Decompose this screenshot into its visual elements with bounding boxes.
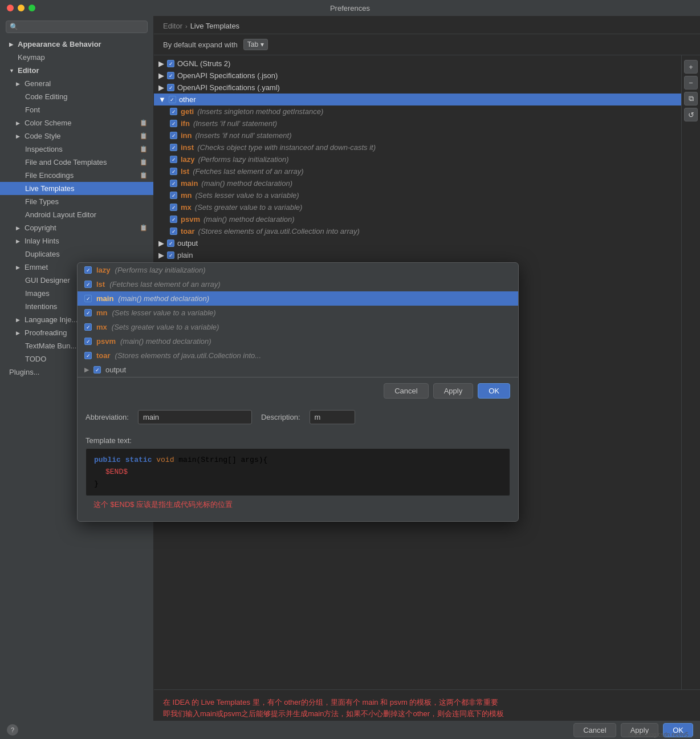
dialog-item-psvm[interactable]: psvm (main() method declaration)	[78, 334, 518, 348]
dialog-item-desc-mn: (Sets lesser value to a variable)	[112, 308, 216, 317]
dialog-item-toar[interactable]: toar (Stores elements of java.util.Colle…	[78, 348, 518, 363]
template-text-section: Template text: public static void main(S…	[78, 431, 518, 521]
dialog-item-lazy[interactable]: lazy (Performs lazy initialization)	[78, 263, 518, 277]
cancel-button[interactable]: Cancel	[384, 383, 428, 399]
dialog-item-name-output: output	[105, 366, 126, 374]
dialog-item-checkbox-mn[interactable]	[84, 309, 92, 316]
dialog-item-name-mx: mx	[96, 323, 107, 331]
keyword-public: public	[94, 456, 121, 464]
dialog-item-output[interactable]: ▶ output	[78, 363, 518, 377]
dialog-item-desc-toar: (Stores elements of java.util.Collection…	[115, 351, 262, 360]
bottom-note-text: 这个 $END$ 应该是指生成代码光标的位置	[93, 500, 233, 509]
keyword-static: static	[125, 456, 152, 464]
dialog-item-mx[interactable]: mx (Sets greater value to a variable)	[78, 320, 518, 334]
dialog-item-name-lst: lst	[96, 280, 105, 289]
group-arrow-icon: ▶	[84, 366, 89, 373]
dialog-item-checkbox-lst[interactable]	[84, 281, 92, 288]
code-end-variable: $END$	[105, 468, 128, 476]
code-line-1: public static void main(String[] args){	[94, 454, 502, 466]
abbreviation-label: Abbreviation:	[86, 413, 129, 421]
dialog-item-name-psvm: psvm	[96, 337, 116, 346]
bottom-bar: ?	[0, 721, 154, 739]
abbreviation-input[interactable]	[138, 410, 252, 424]
watermark: https://blog.csdn.net/lv5...	[629, 732, 693, 738]
dialog-item-name-lazy: lazy	[96, 266, 111, 274]
dialog-item-name-toar: toar	[96, 351, 111, 360]
dialog-item-main[interactable]: main (main() method declaration)	[78, 291, 518, 306]
dialog-item-lst[interactable]: lst (Fetches last element of an array)	[78, 277, 518, 291]
dialog-item-name-mn: mn	[96, 308, 108, 317]
help-button[interactable]: ?	[7, 724, 18, 736]
dialog-item-checkbox-toar[interactable]	[84, 352, 92, 359]
dialog-item-desc-lst: (Fetches last element of an array)	[109, 280, 220, 289]
dialog-item-name-main: main	[96, 294, 113, 303]
dialog-item-checkbox-main[interactable]	[84, 295, 92, 302]
dialog-item-desc-lazy: (Performs lazy initialization)	[115, 266, 206, 274]
template-text-label: Template text:	[86, 436, 510, 445]
code-main-sig: main(String[] args){	[178, 456, 267, 464]
description-input[interactable]	[310, 410, 355, 424]
dialog-item-desc-psvm: (main() method declaration)	[120, 337, 211, 346]
preferences-dialog: lazy (Performs lazy initialization) lst …	[77, 262, 519, 522]
dialog-item-checkbox-mx[interactable]	[84, 323, 92, 331]
code-line-3: }	[94, 478, 502, 490]
dialog-item-mn[interactable]: mn (Sets lesser value to a variable)	[78, 306, 518, 320]
apply-button[interactable]: Apply	[433, 383, 474, 399]
code-close-brace: }	[94, 480, 99, 488]
dialog-buttons: Cancel Apply OK	[78, 377, 518, 404]
keyword-void: void	[156, 456, 174, 464]
code-line-2: $END$	[94, 466, 502, 478]
dialog-overlay: lazy (Performs lazy initialization) lst …	[0, 0, 700, 739]
dialog-item-checkbox-lazy[interactable]	[84, 266, 92, 274]
dialog-item-checkbox-psvm[interactable]	[84, 338, 92, 345]
bottom-note: 这个 $END$ 应该是指生成代码光标的位置	[86, 496, 510, 515]
dialog-item-checkbox-output[interactable]	[93, 366, 101, 373]
code-area: public static void main(String[] args){ …	[86, 448, 510, 496]
abbreviation-row: Abbreviation: Description:	[78, 404, 518, 431]
dialog-list: lazy (Performs lazy initialization) lst …	[78, 263, 518, 377]
dialog-item-desc-mx: (Sets greater value to a variable)	[112, 323, 219, 331]
description-label: Description:	[261, 413, 300, 421]
dialog-item-desc-main: (main() method declaration)	[118, 294, 209, 303]
ok-button[interactable]: OK	[478, 383, 510, 399]
